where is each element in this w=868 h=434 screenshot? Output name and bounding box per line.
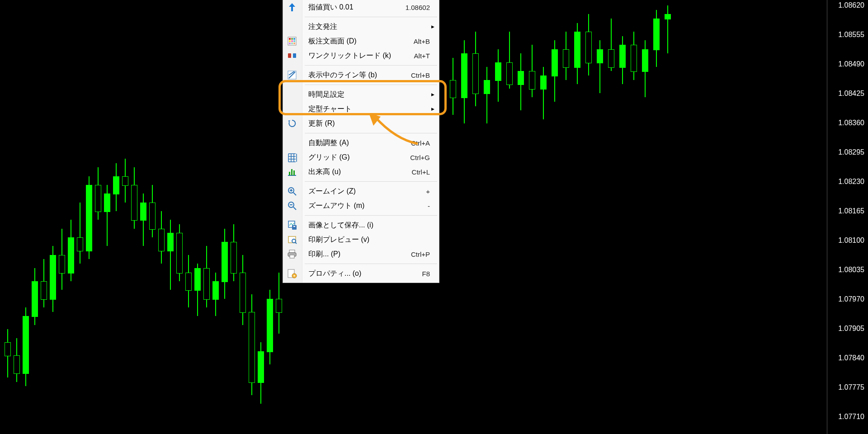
zoom-out-icon (287, 200, 298, 212)
svg-rect-34 (290, 255, 294, 258)
menu-item-label: プロパティ... (o) (308, 269, 418, 278)
menu-item-label: ズームイン (Z) (308, 187, 422, 196)
price-tick: 1.08100 (838, 236, 864, 245)
zoom-in-icon (287, 186, 298, 198)
menu-grid[interactable]: グリッド (G) Ctrl+G (283, 150, 439, 165)
menu-item-shortcut: + (426, 188, 430, 195)
menu-one-click-trading[interactable]: ワンクリックトレード (k) Alt+T (283, 48, 439, 63)
menu-item-shortcut: Ctrl+B (411, 71, 430, 79)
menu-item-shortcut: Ctrl+L (412, 168, 430, 176)
menu-item-label: 印刷プレビュー (v) (308, 235, 430, 245)
menu-item-label: 時間足設定 (308, 90, 430, 99)
menu-zoom-in[interactable]: ズームイン (Z) + (283, 184, 439, 198)
refresh-icon (287, 118, 298, 130)
price-tick: 1.07970 (838, 295, 864, 303)
svg-rect-1 (289, 38, 291, 40)
one-click-icon (287, 50, 298, 62)
menu-object-list[interactable]: 表示中のライン等 (b) Ctrl+B (283, 68, 439, 82)
price-tick: 1.08555 (838, 31, 864, 39)
price-tick: 1.07840 (838, 354, 864, 362)
svg-rect-32 (289, 250, 295, 253)
submenu-arrow-icon: ▶ (431, 107, 434, 111)
grid-icon (287, 152, 298, 164)
menu-separator (305, 215, 437, 216)
svg-rect-2 (291, 38, 293, 40)
svg-rect-7 (289, 42, 291, 44)
svg-rect-5 (291, 40, 293, 42)
menu-zoom-out[interactable]: ズームアウト (m) - (283, 198, 439, 213)
menu-item-label: 自動調整 (A) (308, 138, 407, 148)
menu-properties[interactable]: プロパティ... (o) F8 (283, 266, 439, 281)
price-tick: 1.08230 (838, 178, 864, 186)
menu-item-label: 定型チャート (308, 104, 430, 114)
save-image-icon (287, 220, 298, 231)
submenu-arrow-icon: ▶ (431, 92, 434, 97)
menu-item-label: 表示中のライン等 (b) (308, 71, 407, 80)
menu-print-preview[interactable]: 印刷プレビュー (v) (283, 232, 439, 247)
menu-item-value: 1.08602 (406, 4, 430, 11)
menu-separator (305, 85, 437, 85)
menu-item-label: 出来高 (u) (308, 167, 408, 177)
svg-rect-27 (292, 225, 297, 230)
menu-separator (305, 181, 437, 182)
menu-template[interactable]: 定型チャート ▶ (283, 102, 439, 116)
svg-rect-11 (293, 53, 296, 58)
svg-rect-9 (293, 42, 295, 44)
svg-rect-6 (293, 40, 295, 42)
menu-item-label: ワンクリックトレード (k) (308, 51, 410, 61)
svg-rect-28 (293, 226, 295, 227)
price-tick: 1.08360 (838, 119, 864, 127)
menu-item-label: 更新 (R) (308, 119, 430, 128)
menu-limit-buy[interactable]: 指値買い 0.01 1.08602 (283, 0, 439, 14)
price-tick: 1.07905 (838, 325, 864, 333)
price-tick: 1.08035 (838, 266, 864, 274)
submenu-arrow-icon: ▶ (431, 24, 434, 29)
menu-timeframes[interactable]: 時間足設定 ▶ (283, 87, 439, 102)
svg-rect-16 (289, 172, 290, 175)
gear-sheet-icon (287, 268, 298, 280)
menu-volumes[interactable]: 出来高 (u) Ctrl+L (283, 165, 439, 179)
menu-new-order[interactable]: 注文発注 ▶ (283, 19, 439, 34)
svg-line-24 (293, 207, 296, 210)
price-tick: 1.07710 (838, 413, 864, 421)
menu-separator (305, 17, 437, 17)
menu-save-as-picture[interactable]: 画像として保存... (i) (283, 218, 439, 232)
price-axis: 1.086201.085551.084901.084251.083601.082… (827, 0, 868, 434)
menu-item-label: 画像として保存... (i) (308, 221, 430, 230)
svg-rect-10 (288, 53, 291, 58)
price-tick: 1.08295 (838, 148, 864, 156)
price-tick: 1.08620 (838, 1, 864, 9)
menu-item-label: グリッド (G) (308, 153, 406, 162)
print-preview-icon (287, 234, 298, 246)
menu-separator (305, 264, 437, 264)
volumes-icon (287, 166, 298, 178)
menu-item-shortcut: F8 (422, 270, 430, 278)
menu-item-label: 注文発注 (308, 22, 430, 32)
menu-item-shortcut: Alt+T (414, 52, 430, 60)
svg-rect-17 (291, 169, 292, 175)
menu-item-shortcut: - (428, 202, 430, 210)
price-tick: 1.08425 (838, 90, 864, 98)
menu-print[interactable]: 印刷... (P) Ctrl+P (283, 247, 439, 261)
price-tick: 1.08165 (838, 207, 864, 215)
svg-point-37 (294, 275, 295, 277)
menu-item-shortcut: Ctrl+P (411, 250, 430, 258)
svg-rect-8 (291, 42, 293, 44)
svg-rect-4 (289, 40, 291, 42)
print-icon (287, 249, 298, 260)
svg-rect-18 (293, 170, 295, 175)
menu-auto-arrange[interactable]: 自動調整 (A) Ctrl+A (283, 136, 439, 150)
menu-separator (305, 133, 437, 133)
menu-refresh[interactable]: 更新 (R) (283, 116, 439, 131)
menu-item-label: 印刷... (P) (308, 250, 407, 259)
depth-icon (287, 36, 298, 47)
svg-line-31 (295, 242, 297, 244)
object-list-icon (287, 70, 298, 81)
price-tick: 1.08490 (838, 60, 864, 68)
svg-line-20 (293, 193, 296, 195)
menu-item-label: 指値買い 0.01 (308, 3, 402, 12)
menu-item-shortcut: Ctrl+G (410, 154, 430, 161)
menu-depth-of-market[interactable]: 板注文画面 (D) Alt+B (283, 34, 439, 48)
price-tick: 1.07775 (838, 383, 864, 392)
svg-rect-3 (293, 38, 295, 40)
